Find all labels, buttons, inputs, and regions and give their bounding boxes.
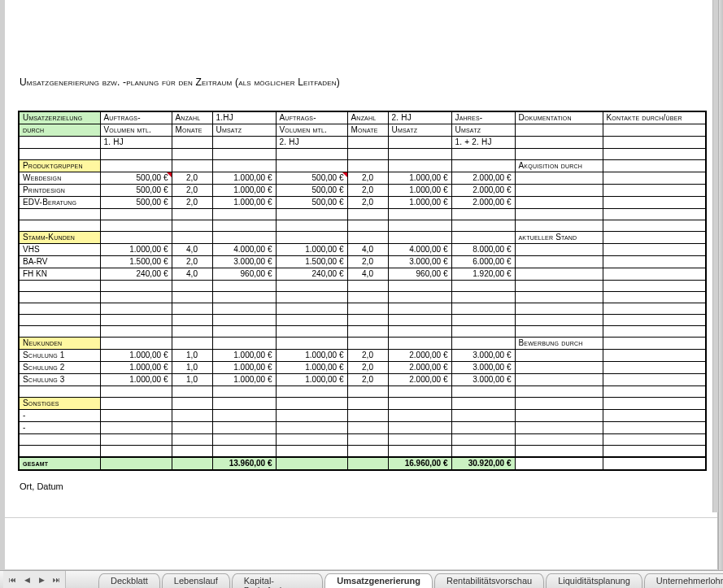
cell[interactable]	[172, 292, 212, 303]
cell-value[interactable]: 2.000,00 €	[451, 172, 515, 185]
cell[interactable]	[388, 434, 451, 446]
cell[interactable]	[212, 386, 276, 398]
cell[interactable]	[388, 410, 451, 422]
cell[interactable]	[100, 422, 172, 434]
cell-value[interactable]: 3.000,00 €	[388, 256, 451, 268]
cell[interactable]	[212, 410, 276, 422]
total-uj[interactable]: 30.920,00 €	[451, 457, 515, 470]
cell[interactable]	[172, 386, 212, 398]
cell[interactable]	[603, 326, 706, 338]
cell-value[interactable]: 6.000,00 €	[451, 256, 515, 268]
cell-value[interactable]: 2,0	[172, 197, 212, 209]
cell[interactable]	[603, 457, 706, 470]
cell[interactable]	[347, 422, 388, 434]
cell[interactable]	[100, 338, 172, 350]
cell[interactable]	[603, 422, 706, 434]
cell[interactable]	[451, 410, 515, 422]
cell[interactable]	[515, 326, 603, 338]
cell-value[interactable]: 3.000,00 €	[451, 374, 515, 386]
row-printdesign[interactable]: Printdesign	[19, 185, 100, 197]
hdr-umsatz-j[interactable]: Umsatz	[451, 124, 515, 137]
cell[interactable]	[100, 292, 172, 303]
cell[interactable]	[19, 303, 100, 315]
cell[interactable]	[451, 209, 515, 220]
cell[interactable]	[212, 422, 276, 434]
cell[interactable]	[212, 209, 276, 220]
cell[interactable]	[515, 362, 603, 374]
cell[interactable]	[515, 185, 603, 197]
cell[interactable]	[603, 434, 706, 446]
cell-value[interactable]: 2,0	[347, 350, 388, 362]
cell[interactable]	[212, 326, 276, 338]
cell[interactable]	[212, 338, 276, 350]
cell[interactable]	[172, 315, 212, 326]
cell-value[interactable]: 1.000,00 €	[276, 374, 347, 386]
cell[interactable]	[451, 446, 515, 457]
cell[interactable]	[603, 172, 706, 185]
vertical-scrollbar[interactable]	[718, 0, 723, 588]
cell[interactable]	[388, 398, 451, 410]
cell[interactable]	[347, 386, 388, 398]
hdr-1hj[interactable]: 1.HJ	[212, 111, 276, 124]
cell-value[interactable]: 1.000,00 €	[212, 197, 276, 209]
cell-value[interactable]: 4,0	[347, 268, 388, 281]
cell[interactable]	[100, 281, 172, 292]
cell[interactable]	[172, 160, 212, 172]
cell[interactable]	[19, 292, 100, 303]
cell[interactable]	[347, 232, 388, 244]
cell[interactable]	[276, 434, 347, 446]
nav-next-icon[interactable]: ▶	[36, 574, 47, 586]
cell[interactable]	[603, 350, 706, 362]
cell[interactable]	[451, 281, 515, 292]
cell[interactable]	[172, 220, 212, 232]
cell[interactable]	[276, 281, 347, 292]
cell[interactable]	[603, 256, 706, 268]
cell-value[interactable]: 1.000,00 €	[212, 362, 276, 374]
cell[interactable]	[451, 220, 515, 232]
cell-value[interactable]: 1.500,00 €	[100, 256, 172, 268]
cell[interactable]	[172, 434, 212, 446]
cell-value[interactable]: 2,0	[347, 172, 388, 185]
cell[interactable]	[451, 326, 515, 338]
cell[interactable]	[172, 410, 212, 422]
cell-value[interactable]: 500,00 €	[276, 185, 347, 197]
cell[interactable]	[451, 398, 515, 410]
cell-value[interactable]: 2,0	[172, 185, 212, 197]
cell[interactable]	[515, 172, 603, 185]
cell[interactable]	[603, 124, 706, 137]
cell[interactable]	[603, 160, 706, 172]
cell[interactable]	[347, 137, 388, 149]
cell-value[interactable]: 4,0	[172, 244, 212, 256]
cell[interactable]	[515, 220, 603, 232]
cell-value[interactable]: 1.500,00 €	[276, 256, 347, 268]
cell-value[interactable]: 240,00 €	[100, 268, 172, 281]
hdr-dokumentation[interactable]: Dokumentation	[515, 111, 603, 124]
hdr-umsatzerzielung[interactable]: Umsatzerzielung	[19, 111, 100, 124]
cell[interactable]	[276, 398, 347, 410]
doc-aktueller-stand[interactable]: aktueller Stand	[515, 232, 603, 244]
cell[interactable]	[276, 422, 347, 434]
cell[interactable]	[347, 446, 388, 457]
cell[interactable]	[172, 446, 212, 457]
cell[interactable]	[172, 422, 212, 434]
nav-last-icon[interactable]: ⏭	[50, 574, 62, 586]
cell[interactable]	[388, 281, 451, 292]
cell[interactable]	[172, 232, 212, 244]
cell[interactable]	[100, 446, 172, 457]
cell[interactable]	[388, 446, 451, 457]
hdr-volumen-1[interactable]: Volumen mtl.	[100, 124, 172, 137]
cell[interactable]	[603, 149, 706, 160]
cell-value[interactable]: 3.000,00 €	[451, 350, 515, 362]
hdr-umsatz-1[interactable]: Umsatz	[212, 124, 276, 137]
row-dash-1[interactable]: -	[19, 410, 100, 422]
cell[interactable]	[451, 386, 515, 398]
cell[interactable]	[515, 137, 603, 149]
row-sch1[interactable]: Schulung 1	[19, 350, 100, 362]
nav-first-icon[interactable]: ⏮	[7, 574, 18, 586]
cell[interactable]	[100, 410, 172, 422]
cell[interactable]	[212, 434, 276, 446]
cell[interactable]	[100, 457, 172, 470]
cell[interactable]	[212, 149, 276, 160]
cell[interactable]	[212, 398, 276, 410]
cell[interactable]	[515, 446, 603, 457]
